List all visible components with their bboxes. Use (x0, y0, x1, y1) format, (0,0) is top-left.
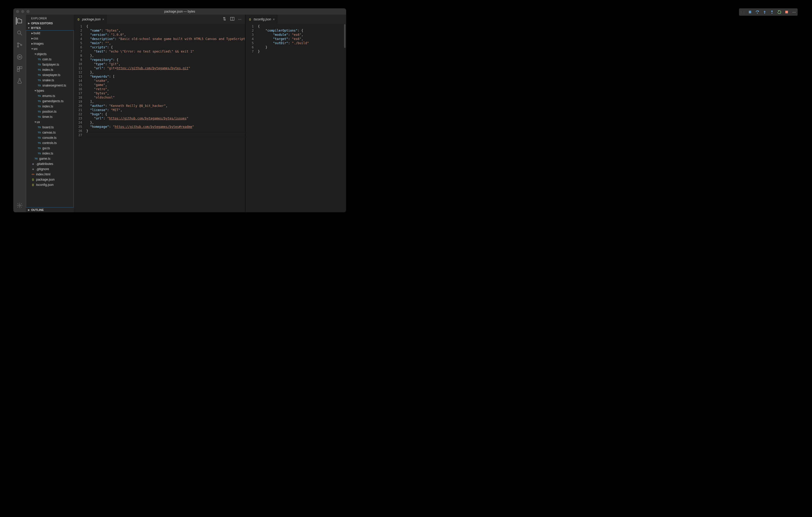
tab-bar-right: {} tsconfig.json × (245, 14, 346, 24)
folder-types[interactable]: ▼types (26, 88, 74, 93)
split-editor-icon[interactable] (230, 17, 234, 22)
file-gameobjects.ts[interactable]: TSgameobjects.ts (26, 98, 74, 104)
chevron-right-icon: ▶ (27, 209, 30, 211)
file-snake.ts[interactable]: TSsnake.ts (26, 78, 74, 83)
folder-images[interactable]: ▶images (26, 41, 74, 46)
chevron-icon: ▶ (31, 42, 33, 45)
ts-icon: TS (37, 100, 41, 102)
file-controls.ts[interactable]: TScontrols.ts (26, 140, 74, 146)
close-window-icon[interactable] (16, 10, 19, 13)
code-content[interactable]: { "compilerOptions": { "module": "es6", … (258, 24, 346, 212)
chevron-icon: ▼ (34, 89, 37, 92)
chevron-icon: ▼ (34, 121, 37, 123)
folder-src[interactable]: ▼src (26, 46, 74, 52)
ts-icon: TS (37, 131, 41, 134)
section-outline[interactable]: ▶ OUTLINE (26, 208, 74, 212)
ts-icon: TS (34, 157, 38, 160)
editor-left[interactable]: 1234567891011121314151617181920212223242… (74, 24, 245, 212)
file-fastplayer.ts[interactable]: TSfastplayer.ts (26, 62, 74, 67)
file-slowplayer.ts[interactable]: TSslowplayer.ts (26, 72, 74, 78)
file-console.ts[interactable]: TSconsole.ts (26, 135, 74, 140)
svg-point-1 (18, 43, 19, 44)
code-content[interactable]: { "name": "bytes", "version": "1.0.0", "… (86, 24, 245, 212)
vscode-window: package.json — bytes (13, 8, 346, 212)
file-index.ts[interactable]: TSindex.ts (26, 104, 74, 109)
file-timer.ts[interactable]: TStimer.ts (26, 114, 74, 119)
file-index.html[interactable]: <>index.html (26, 172, 74, 177)
ts-icon: TS (37, 63, 41, 66)
ts-icon: TS (37, 105, 41, 108)
ts-icon: TS (37, 142, 41, 144)
svg-rect-5 (17, 67, 19, 69)
ts-icon: TS (37, 116, 41, 118)
git-icon: ◆ (31, 162, 35, 165)
section-project[interactable]: ▼ BYTES (26, 26, 74, 30)
section-open-editors[interactable]: ▶ OPEN EDITORS (26, 21, 74, 26)
svg-rect-7 (17, 69, 19, 71)
file-gui.ts[interactable]: TSgui.ts (26, 146, 74, 151)
minimap-scroll[interactable] (344, 24, 346, 48)
folder-ux[interactable]: ▼ux (26, 119, 74, 125)
compare-icon[interactable] (222, 17, 227, 22)
folder-objects[interactable]: ▼objects (26, 52, 74, 57)
chevron-right-icon: ▶ (27, 22, 30, 25)
test-icon[interactable] (16, 78, 23, 85)
editor-group-right: {} tsconfig.json × 1234567 { "compilerOp… (245, 14, 346, 212)
explorer-icon[interactable] (16, 17, 23, 25)
chevron-icon: ▼ (34, 53, 37, 55)
svg-point-3 (21, 44, 22, 46)
file-canvas.ts[interactable]: TScanvas.ts (26, 130, 74, 135)
titlebar[interactable]: package.json — bytes (13, 8, 346, 14)
editor-right[interactable]: 1234567 { "compilerOptions": { "module":… (245, 24, 346, 212)
ts-icon: TS (37, 147, 41, 150)
minimize-window-icon[interactable] (21, 10, 24, 13)
html-icon: <> (31, 173, 35, 176)
ts-icon: TS (37, 79, 41, 82)
file-index.ts[interactable]: TSindex.ts (26, 67, 74, 72)
close-icon[interactable]: × (273, 17, 275, 22)
editor-group-left: {} package.json × ⋯ (74, 14, 245, 212)
json-icon: {} (31, 183, 35, 186)
gutter: 1234567 (245, 24, 258, 212)
svg-point-8 (19, 205, 21, 206)
file-package.json[interactable]: {}package.json (26, 177, 74, 182)
debug-icon[interactable] (16, 53, 23, 61)
ts-icon: TS (37, 136, 41, 139)
settings-gear-icon[interactable] (16, 202, 23, 209)
ts-icon: TS (37, 68, 41, 71)
zoom-window-icon[interactable] (26, 10, 30, 13)
file-tree[interactable]: ▶build▶css▶images▼src▼objectsTScoin.tsTS… (26, 30, 74, 208)
extensions-icon[interactable] (16, 65, 23, 73)
sidebar-explorer: EXPLORER ▶ OPEN EDITORS ▼ BYTES ▶build▶c… (26, 14, 74, 212)
chevron-icon: ▼ (31, 48, 33, 50)
file-game.ts[interactable]: TSgame.ts (26, 156, 74, 161)
file-.gitignore[interactable]: ◆.gitignore (26, 166, 74, 172)
ts-icon: TS (37, 74, 41, 76)
folder-css[interactable]: ▶css (26, 36, 74, 41)
ts-icon: TS (37, 152, 41, 155)
editor-area: {} package.json × ⋯ (74, 14, 346, 212)
json-icon: {} (31, 178, 35, 181)
git-icon: ◆ (31, 168, 35, 171)
file-index.ts[interactable]: TSindex.ts (26, 151, 74, 156)
search-icon[interactable] (16, 29, 23, 37)
window-title: package.json — bytes (13, 10, 346, 13)
file-board.ts[interactable]: TSboard.ts (26, 125, 74, 130)
file-snakesegment.ts[interactable]: TSsnakesegment.ts (26, 83, 74, 88)
chevron-icon: ▶ (31, 37, 33, 40)
close-icon[interactable]: × (102, 17, 105, 22)
source-control-icon[interactable] (16, 41, 23, 49)
file-tsconfig.json[interactable]: {}tsconfig.json (26, 182, 74, 187)
file-position.ts[interactable]: TSposition.ts (26, 109, 74, 114)
ts-icon: TS (37, 110, 41, 113)
file-enums.ts[interactable]: TSenums.ts (26, 93, 74, 98)
folder-build[interactable]: ▶build (26, 31, 74, 36)
svg-point-2 (18, 46, 19, 47)
file-coin.ts[interactable]: TScoin.ts (26, 57, 74, 62)
tab-tsconfig-json[interactable]: {} tsconfig.json × (245, 14, 278, 24)
file-.gitattributes[interactable]: ◆.gitattributes (26, 161, 74, 166)
ts-icon: TS (37, 126, 41, 129)
tab-package-json[interactable]: {} package.json × (74, 14, 107, 24)
more-actions-icon[interactable]: ⋯ (238, 17, 241, 21)
svg-rect-6 (20, 67, 22, 69)
